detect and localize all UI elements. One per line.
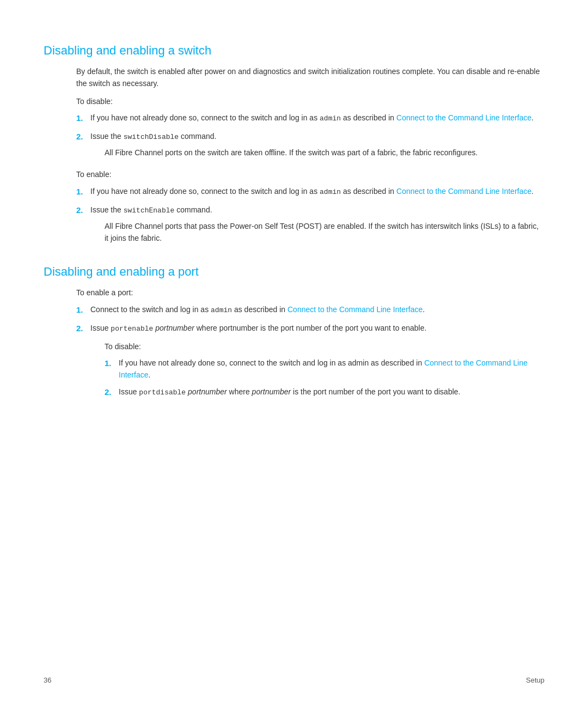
section2-enable-list: 1. Connect to the switch and log in as a…	[76, 303, 544, 403]
list-content: Connect to the switch and log in as admi…	[90, 303, 544, 317]
section2-title: Disabling and enabling a port	[44, 265, 544, 279]
list-item: 1. If you have not already done so, conn…	[105, 357, 544, 381]
list-num: 1.	[76, 303, 90, 317]
list-item: 2. Issue portdisable portnumber where po…	[105, 386, 544, 399]
footer-label: Setup	[526, 676, 544, 684]
code-admin-2: admin	[320, 188, 341, 196]
list-content: Issue portdisable portnumber where portn…	[119, 386, 544, 399]
list-item: 2. Issue the switchEnable command. All F…	[76, 204, 544, 249]
italic-portnumber-2: portnumber	[188, 387, 227, 396]
section1-enable-list: 1. If you have not already done so, conn…	[76, 185, 544, 249]
list-content: Issue the switchEnable command. All Fibr…	[90, 204, 544, 249]
link-cli-3[interactable]: Connect to the Command Line Interface	[287, 305, 422, 314]
list-num: 1.	[105, 357, 119, 370]
code-switchenable: switchEnable	[124, 206, 175, 215]
list-item: 2. Issue portenable portnumber where por…	[76, 322, 544, 403]
link-cli-1[interactable]: Connect to the Command Line Interface	[396, 113, 531, 122]
section2-to-enable-label: To enable a port:	[76, 287, 544, 299]
code-portenable: portenable	[111, 325, 153, 333]
list-item: 1. If you have not already done so, conn…	[76, 112, 544, 125]
section1-intro: By default, the switch is enabled after …	[76, 65, 544, 90]
list-content: If you have not already done so, connect…	[119, 357, 544, 381]
list-item: 2. Issue the switchDisable command. All …	[76, 130, 544, 163]
section1-title: Disabling and enabling a switch	[44, 44, 544, 58]
list-num: 1.	[76, 112, 90, 125]
list-content: If you have not already done so, connect…	[90, 185, 544, 198]
section1-to-disable-label: To disable:	[76, 95, 544, 107]
section2-disable-sublist: 1. If you have not already done so, conn…	[105, 357, 544, 399]
section1-to-enable-label: To enable:	[76, 168, 544, 180]
step2-detail: All Fibre Channel ports on the switch ar…	[105, 147, 544, 159]
section1-disable-list: 1. If you have not already done so, conn…	[76, 112, 544, 163]
enable-step2-detail: All Fibre Channel ports that pass the Po…	[105, 220, 544, 245]
to-disable-sublabel: To disable:	[105, 340, 544, 352]
link-cli-4[interactable]: Connect to the Command Line Interface	[119, 358, 528, 379]
list-num: 2.	[76, 130, 90, 143]
footer: 36 Setup	[44, 676, 544, 684]
link-cli-2[interactable]: Connect to the Command Line Interface	[396, 187, 531, 196]
code-switchdisable: switchDisable	[124, 133, 179, 141]
code-portdisable: portdisable	[139, 388, 186, 397]
italic-portnumber-3: portnumber	[252, 387, 291, 396]
footer-page-number: 36	[44, 676, 51, 684]
italic-portnumber: portnumber	[155, 324, 194, 332]
list-num: 2.	[76, 322, 90, 335]
list-num: 2.	[105, 386, 119, 399]
list-item: 1. If you have not already done so, conn…	[76, 185, 544, 198]
list-content: Issue the switchDisable command. All Fib…	[90, 130, 544, 163]
code-admin-3: admin	[211, 306, 232, 314]
list-num: 2.	[76, 204, 90, 217]
list-content: If you have not already done so, connect…	[90, 112, 544, 125]
list-content: Issue portenable portnumber where portnu…	[90, 322, 544, 403]
code-admin: admin	[320, 114, 341, 123]
list-num: 1.	[76, 185, 90, 198]
list-item: 1. Connect to the switch and log in as a…	[76, 303, 544, 317]
